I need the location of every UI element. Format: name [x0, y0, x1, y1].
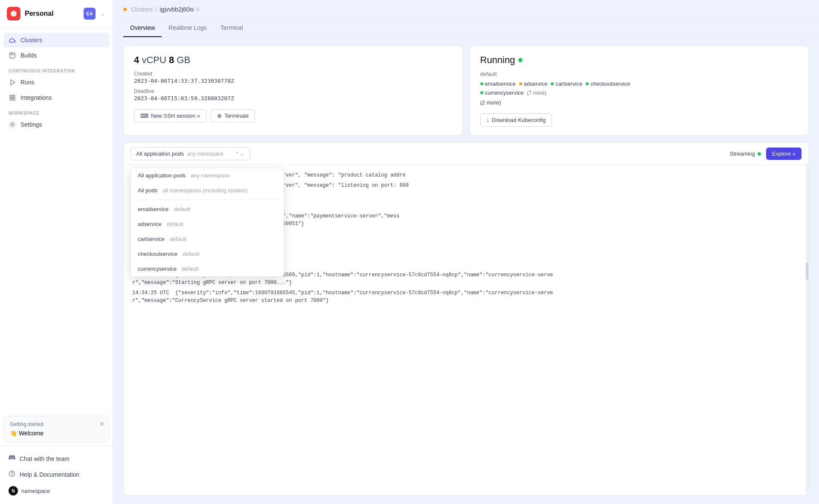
- dropdown-item-all-app-pods[interactable]: All application pods any namespace: [131, 168, 284, 183]
- tabs-bar: Overview Realtime Logs Terminal: [113, 19, 819, 37]
- streaming-indicator: Streaming: [730, 151, 761, 157]
- pod-select-button[interactable]: All application pods any namespace ⌃⌄: [131, 147, 250, 160]
- namespace-row[interactable]: N namespace: [3, 483, 109, 499]
- svg-rect-4: [13, 95, 15, 97]
- svg-rect-3: [10, 95, 12, 97]
- svc-emailservice: emailservice: [480, 81, 516, 87]
- pod-select-wrapper: All application pods any namespace ⌃⌄ Al…: [131, 147, 250, 160]
- download-kubeconfig-button[interactable]: ↓ Download Kubeconfig: [480, 113, 552, 127]
- footer-item-chat[interactable]: Chat with the team: [3, 451, 109, 466]
- sidebar-item-builds[interactable]: Builds: [3, 48, 109, 63]
- vcpu-number: 4: [134, 55, 139, 65]
- explore-button[interactable]: Explore »: [766, 148, 802, 160]
- running-title: Running: [480, 55, 799, 66]
- getting-started-welcome: 👋 Welcome: [10, 430, 103, 437]
- sidebar-item-runs-label: Runs: [20, 79, 35, 86]
- pod-dropdown: All application pods any namespace All p…: [131, 168, 284, 277]
- sidebar-item-settings[interactable]: Settings: [3, 117, 109, 132]
- sidebar-item-integrations[interactable]: Integrations: [3, 90, 109, 105]
- sidebar-footer: Chat with the team Help & Documentation …: [0, 446, 113, 504]
- cards-row: 4 vCPU 8 GB Created 2023-04-06T14:33:37.…: [123, 46, 809, 136]
- new-ssh-button[interactable]: ⌨ New SSH session »: [134, 109, 206, 122]
- svg-rect-5: [10, 98, 12, 100]
- stop-icon: ⊗: [217, 113, 222, 119]
- select-chevron-icon: ⌃⌄: [235, 151, 244, 157]
- sidebar-item-builds-label: Builds: [20, 52, 37, 59]
- dropdown-item-checkoutservice[interactable]: checkoutservice default: [131, 246, 284, 261]
- download-icon: ↓: [487, 117, 490, 123]
- created-value: 2023-04-06T14:33:37.323038778Z: [134, 78, 452, 84]
- cloud-icon: [9, 36, 16, 44]
- logs-container: All application pods any namespace ⌃⌄ Al…: [123, 142, 809, 495]
- sidebar-header: Personal EA ⌄: [0, 0, 113, 28]
- namespace-badge: N: [9, 486, 18, 495]
- svc-dot-currencyservice: [480, 91, 483, 94]
- card-actions: ⌨ New SSH session » ⊗ Terminate: [134, 109, 452, 122]
- gb-label: GB: [177, 55, 190, 65]
- topbar-cluster-id: igjvvbb2j60is: [160, 6, 194, 13]
- workspace-section-label: WORKSPACE: [3, 106, 109, 117]
- services-row: emailservice adservice cartservice check…: [480, 81, 799, 87]
- dropdown-item-emailservice[interactable]: emailservice default: [131, 202, 284, 217]
- svc-dot-emailservice: [480, 82, 483, 85]
- play-icon: [9, 78, 16, 86]
- default-namespace-label: default: [480, 71, 799, 77]
- footer-item-help[interactable]: Help & Documentation: [3, 467, 109, 482]
- two-more-label: (2 more): [480, 99, 799, 106]
- sidebar-item-runs[interactable]: Runs: [3, 75, 109, 90]
- svg-point-7: [12, 124, 14, 126]
- discord-icon: [9, 455, 15, 463]
- svg-marker-2: [11, 80, 15, 85]
- vcpu-label: vCPU: [142, 55, 169, 65]
- svc-cartservice: cartservice: [551, 81, 582, 87]
- terminal-icon: ⌨: [140, 113, 148, 119]
- created-label: Created: [134, 71, 452, 77]
- svc-dot-cartservice: [551, 82, 554, 85]
- ci-section-label: CONTINUOUS INTEGRATION: [3, 64, 109, 75]
- vcpu-gb-row: 4 vCPU 8 GB: [134, 55, 452, 66]
- topbar-cluster-label[interactable]: Clusters: [131, 6, 153, 13]
- svg-rect-1: [10, 53, 15, 58]
- services-row-2: currencyservice (7 more): [480, 90, 799, 96]
- workspace-chevron[interactable]: ⌄: [100, 10, 106, 17]
- streaming-dot: [758, 152, 761, 156]
- sidebar: Personal EA ⌄ Clusters Builds CONTINUOUS…: [0, 0, 113, 504]
- gb-number: 8: [169, 55, 174, 65]
- box-icon: [9, 52, 16, 59]
- sidebar-nav: Clusters Builds CONTINUOUS INTEGRATION R…: [0, 28, 113, 412]
- svc-dot-checkoutservice: [586, 82, 589, 85]
- logs-toolbar: All application pods any namespace ⌃⌄ Al…: [124, 143, 808, 165]
- sidebar-item-clusters[interactable]: Clusters: [3, 33, 109, 47]
- tab-realtime-logs[interactable]: Realtime Logs: [162, 19, 214, 37]
- workspace-badge[interactable]: EA: [84, 8, 96, 20]
- tab-terminal[interactable]: Terminal: [214, 19, 250, 37]
- sidebar-item-settings-label: Settings: [20, 121, 42, 128]
- getting-started-close[interactable]: ✕: [99, 420, 105, 427]
- dropdown-item-all-pods[interactable]: All pods all namespaces (including syste…: [131, 183, 284, 198]
- footer-chat-label: Chat with the team: [20, 455, 70, 462]
- terminate-button[interactable]: ⊗ Terminate: [211, 109, 255, 122]
- main-content: Clusters / igjvvbb2j60is ⎘ Overview Real…: [113, 0, 819, 504]
- dropdown-item-cartservice[interactable]: cartservice default: [131, 232, 284, 246]
- dropdown-item-currencyservice[interactable]: currencyservice default: [131, 261, 284, 276]
- svc-currencyservice: currencyservice: [480, 90, 524, 96]
- cluster-status-dot: [123, 8, 127, 11]
- tab-overview[interactable]: Overview: [123, 19, 162, 37]
- dropdown-divider: [131, 200, 284, 200]
- grid-icon: [9, 94, 16, 101]
- dropdown-item-adservice[interactable]: adservice default: [131, 217, 284, 232]
- logs-scrollbar-thumb: [806, 263, 808, 280]
- deadline-label: Deadline: [134, 88, 452, 94]
- footer-help-label: Help & Documentation: [20, 471, 79, 478]
- sidebar-item-clusters-label: Clusters: [20, 37, 42, 43]
- svg-rect-6: [13, 98, 15, 100]
- cluster-info-card: 4 vCPU 8 GB Created 2023-04-06T14:33:37.…: [123, 46, 463, 136]
- running-card: Running default emailservice adservice: [470, 46, 809, 136]
- namespace-label: namespace: [21, 488, 50, 494]
- help-circle-icon: [9, 470, 15, 478]
- logs-scrollbar[interactable]: [806, 163, 808, 495]
- getting-started-title: Getting started: [10, 421, 103, 427]
- svc-dot-adservice: [519, 82, 522, 85]
- running-card-actions: ↓ Download Kubeconfig: [480, 113, 799, 127]
- copy-icon[interactable]: ⎘: [196, 6, 199, 12]
